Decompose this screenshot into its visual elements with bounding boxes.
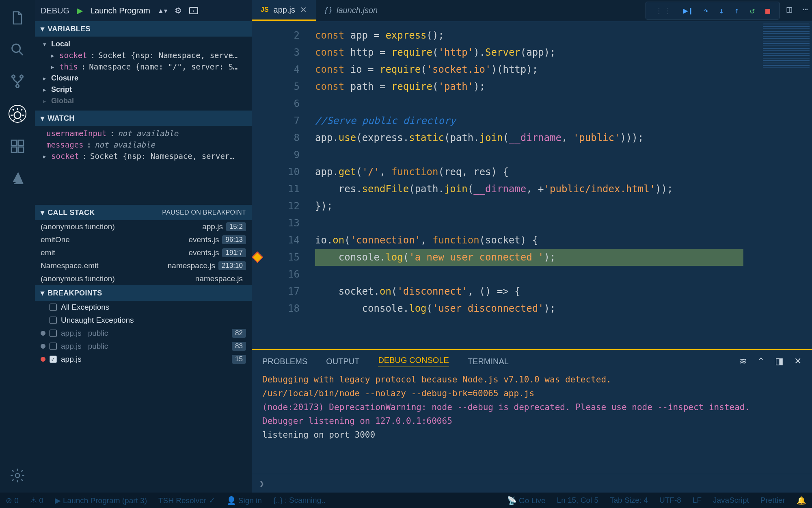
status-launch[interactable]: ▶ Launch Program (part 3)	[55, 496, 147, 505]
search-icon[interactable]	[9, 41, 26, 58]
restart-icon[interactable]: ↺	[750, 6, 755, 15]
status-bar: ⊘ 0 ⚠ 0 ▶ Launch Program (part 3) TSH Re…	[0, 493, 812, 508]
panel-tab-bar: PROBLEMS OUTPUT DEBUG CONSOLE TERMINAL ≋…	[252, 350, 812, 371]
more-actions-icon[interactable]: ⋯	[803, 4, 808, 14]
code-area[interactable]: const app = express();const http = requi…	[308, 21, 812, 349]
debug-label: DEBUG	[41, 6, 69, 15]
breakpoints-header[interactable]: ▾BREAKPOINTS	[35, 285, 252, 301]
status-resolver[interactable]: TSH Resolver ✓	[158, 496, 215, 505]
editor-actions: ◫ ⋯	[787, 4, 808, 14]
callstack-frame[interactable]: (anonymous function)namespace.js	[35, 272, 252, 285]
svg-point-3	[16, 85, 19, 87]
debug-settings-icon[interactable]: ⚙	[175, 6, 182, 15]
svg-point-4	[14, 112, 21, 119]
svg-rect-5	[11, 140, 17, 145]
panel-tab-terminal[interactable]: TERMINAL	[468, 357, 509, 366]
status-scanning[interactable]: {..} : Scanning..	[273, 496, 326, 505]
debug-toolbar[interactable]: ⋮⋮ ▶❙ ↷ ↓ ↑ ↺ ■	[646, 2, 780, 20]
callstack-header[interactable]: ▾CALL STACK PAUSED ON BREAKPOINT	[35, 205, 252, 220]
step-out-icon[interactable]: ↑	[734, 6, 739, 15]
toolbar-grip-icon[interactable]: ⋮⋮	[655, 6, 673, 15]
source-control-icon[interactable]	[9, 73, 26, 89]
config-switch-icon[interactable]: ▲▾	[158, 7, 167, 15]
panel-tab-output[interactable]: OUTPUT	[326, 357, 359, 366]
debug-icon[interactable]	[9, 105, 26, 123]
tab-launch-json[interactable]: { } launch.json	[316, 0, 387, 21]
status-prettier[interactable]: Prettier	[760, 496, 785, 505]
azure-icon[interactable]	[9, 170, 26, 186]
watch-usernameInput[interactable]: usernameInput: not available	[35, 128, 252, 139]
checkbox-icon[interactable]	[50, 317, 57, 324]
continue-icon[interactable]: ▶❙	[683, 6, 693, 15]
tab-close-icon[interactable]: ✕	[300, 5, 307, 15]
close-panel-icon[interactable]: ✕	[794, 356, 801, 367]
tab-label: app.js	[274, 5, 295, 15]
console-input[interactable]: ❯	[252, 474, 812, 493]
breakpoint-item[interactable]: ✓app.js15	[35, 353, 252, 366]
breakpoint-dot-icon	[41, 344, 45, 349]
scope-global[interactable]: ▸Global	[35, 95, 252, 106]
code-editor[interactable]: 23456789101112131415161718 const app = e…	[252, 21, 812, 349]
variables-header[interactable]: ▾VARIABLES	[35, 21, 252, 37]
maximize-panel-icon[interactable]: ◨	[775, 356, 784, 367]
step-over-icon[interactable]: ↷	[704, 6, 708, 15]
checkbox-icon[interactable]	[50, 304, 57, 311]
watch-socket[interactable]: ▸socket: Socket {nsp: Namespace, server…	[35, 150, 252, 162]
console-line: (node:20173) DeprecationWarning: node --…	[262, 400, 801, 414]
status-lncol[interactable]: Ln 15, Col 5	[557, 496, 598, 505]
svg-point-0	[12, 44, 20, 52]
js-file-icon: JS	[261, 6, 269, 13]
scope-closure[interactable]: ▸Closure	[35, 72, 252, 84]
callstack-frame[interactable]: Namespace.emitnamespace.js213:10	[35, 259, 252, 272]
debug-header: DEBUG ▶ Launch Program ▲▾ ⚙ ›	[35, 0, 252, 21]
split-editor-icon[interactable]: ◫	[787, 4, 792, 14]
checkbox-icon[interactable]	[50, 330, 57, 337]
debug-config[interactable]: Launch Program	[90, 6, 150, 15]
watch-header[interactable]: ▾WATCH	[35, 111, 252, 126]
scope-local[interactable]: ▾Local	[35, 38, 252, 50]
status-golive[interactable]: 📡 Go Live	[507, 496, 546, 505]
status-lang[interactable]: JavaScript	[713, 496, 749, 505]
breakpoint-item[interactable]: app.jspublic82	[35, 327, 252, 340]
breakpoint-item[interactable]: app.jspublic83	[35, 340, 252, 353]
status-errors[interactable]: ⊘ 0	[6, 496, 19, 505]
callstack-frame[interactable]: emitOneevents.js96:13	[35, 233, 252, 246]
collapse-panel-icon[interactable]: ⌃	[757, 356, 764, 367]
bp-list: app.jspublic82app.jspublic83✓app.js15	[35, 327, 252, 366]
status-eol[interactable]: LF	[693, 496, 702, 505]
status-tabsize[interactable]: Tab Size: 4	[610, 496, 648, 505]
step-into-icon[interactable]: ↓	[719, 6, 724, 15]
status-bell[interactable]: 🔔	[797, 496, 806, 505]
status-encoding[interactable]: UTF-8	[659, 496, 681, 505]
status-signin[interactable]: 👤 Sign in	[227, 496, 262, 505]
line-gutter: 23456789101112131415161718	[263, 21, 308, 349]
stop-icon[interactable]: ■	[765, 6, 770, 15]
clear-console-icon[interactable]: ≋	[739, 356, 747, 367]
scope-script[interactable]: ▸Script	[35, 84, 252, 95]
console-line: /usr/local/bin/node --nolazy --debug-brk…	[262, 386, 801, 400]
bp-uncaught-exceptions[interactable]: Uncaught Exceptions	[35, 314, 252, 327]
svg-rect-7	[11, 147, 17, 152]
checkbox-icon[interactable]	[50, 343, 57, 350]
panel-tab-debug[interactable]: DEBUG CONSOLE	[378, 356, 449, 367]
var-socket[interactable]: ▸socket: Socket {nsp: Namespace, serve…	[35, 50, 252, 61]
explorer-icon[interactable]	[9, 10, 26, 26]
extensions-icon[interactable]	[9, 138, 26, 154]
panel-tab-problems[interactable]: PROBLEMS	[262, 357, 307, 366]
debug-start-icon[interactable]: ▶	[77, 6, 83, 15]
watch-messages[interactable]: messages: not available	[35, 139, 252, 150]
watch-title: WATCH	[48, 114, 74, 123]
var-this[interactable]: ▸this: Namespace {name: "/", server: S…	[35, 61, 252, 72]
svg-rect-8	[18, 147, 24, 152]
callstack-frame[interactable]: emitevents.js191:7	[35, 246, 252, 259]
checkbox-icon[interactable]: ✓	[50, 356, 57, 363]
console-output[interactable]: Debugging with legacy protocol because N…	[252, 371, 812, 443]
status-warnings[interactable]: ⚠ 0	[30, 496, 43, 505]
debug-console-toggle-icon[interactable]: ›	[189, 7, 198, 14]
settings-gear-icon[interactable]	[9, 467, 26, 484]
bp-all-exceptions[interactable]: All Exceptions	[35, 301, 252, 314]
minimap[interactable]	[763, 24, 810, 68]
callstack-title: CALL STACK	[48, 208, 95, 217]
callstack-frame[interactable]: (anonymous function)app.js15:2	[35, 220, 252, 233]
tab-app-js[interactable]: JS app.js ✕	[252, 0, 316, 21]
